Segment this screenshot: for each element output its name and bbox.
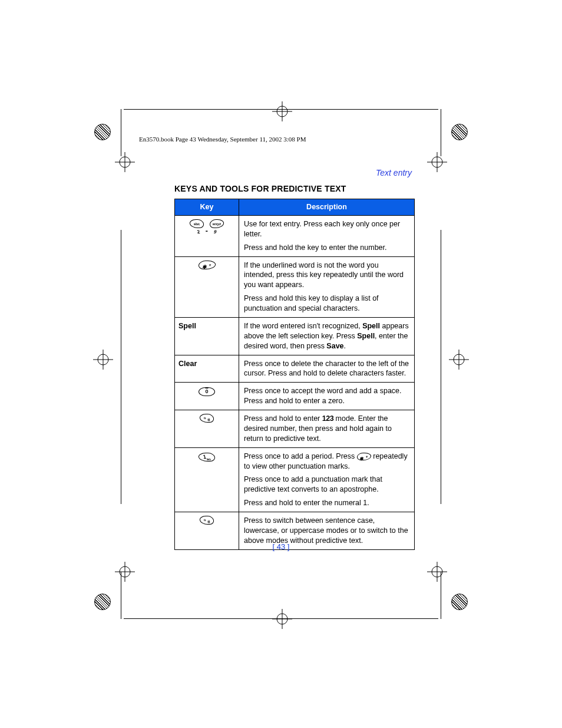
- crosshair-icon: [272, 609, 292, 629]
- keys-table: Key Description abc2-wxyz9Use for text e…: [174, 199, 415, 550]
- key-label-spell: Spell: [175, 317, 239, 355]
- section-breadcrumb: Text entry: [376, 168, 412, 177]
- key-description: Press once to delete the character to th…: [239, 355, 415, 383]
- section-title: KEYS AND TOOLS FOR PREDICTIVE TEXT: [174, 184, 346, 193]
- registration-mark-icon: [94, 124, 111, 140]
- crosshair-icon: [449, 350, 469, 370]
- registration-mark-icon: [94, 594, 111, 610]
- page-number: [ 43 ]: [0, 542, 562, 551]
- table-row: abc2-wxyz9Use for text entry. Press each…: [175, 215, 415, 256]
- crosshair-icon: [93, 350, 113, 370]
- crop-line: [121, 230, 121, 504]
- table-row: 0Press once to accept the word and add a…: [175, 383, 415, 410]
- key-glyph-zero: 0: [175, 383, 239, 410]
- table-row: ClearPress once to delete the character …: [175, 355, 415, 383]
- registration-mark-icon: [451, 594, 468, 610]
- crop-line: [121, 109, 121, 156]
- crop-line: [441, 230, 441, 504]
- table-row: ✱ +If the underlined word is not the wor…: [175, 256, 415, 317]
- key-description: Press once to add a period. Press ✱ + re…: [239, 447, 415, 512]
- page-header-meta: En3570.book Page 43 Wednesday, September…: [139, 136, 306, 143]
- crosshair-icon: [272, 101, 292, 121]
- key-description: Press and hold to enter 123 mode. Enter …: [239, 410, 415, 448]
- col-header-key: Key: [175, 199, 239, 216]
- col-header-description: Description: [239, 199, 415, 216]
- key-description: Press once to accept the word and add a …: [239, 383, 415, 410]
- crop-line: [441, 109, 441, 156]
- key-label-clear: Clear: [175, 355, 239, 383]
- key-description: If the underlined word is not the word y…: [239, 256, 415, 317]
- crosshair-icon: [115, 152, 135, 172]
- key-description: If the word entered isn't recognized, Sp…: [239, 317, 415, 355]
- registration-mark-icon: [451, 124, 468, 140]
- key-glyph-range_2_9: abc2-wxyz9: [175, 215, 239, 256]
- key-glyph-pound: o #: [175, 410, 239, 448]
- crosshair-icon: [427, 562, 447, 582]
- table-row: o #Press and hold to enter 123 mode. Ent…: [175, 410, 415, 448]
- table-row: 1aoPress once to add a period. Press ✱ +…: [175, 447, 415, 512]
- table-row: SpellIf the word entered isn't recognize…: [175, 317, 415, 355]
- crosshair-icon: [427, 152, 447, 172]
- key-glyph-star: ✱ +: [175, 256, 239, 317]
- crosshair-icon: [115, 562, 135, 582]
- key-description: Use for text entry. Press each key only …: [239, 215, 415, 256]
- key-glyph-one: 1ao: [175, 447, 239, 512]
